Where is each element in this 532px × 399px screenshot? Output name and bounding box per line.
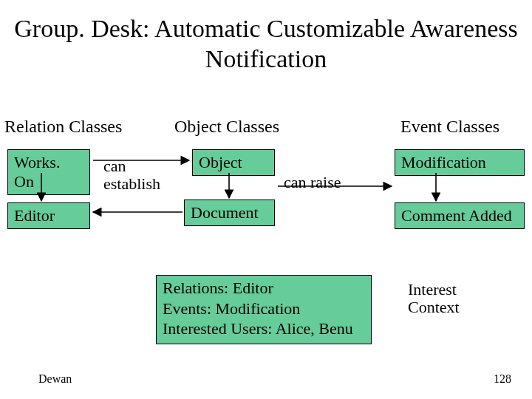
- box-document: Document: [184, 200, 275, 226]
- col-header-object: Object Classes: [174, 117, 279, 137]
- label-can-establish-l1: can: [103, 157, 126, 175]
- col-header-relation: Relation Classes: [4, 117, 122, 137]
- col-header-event: Event Classes: [400, 117, 499, 137]
- interest-line-events: Events: Modification: [163, 299, 365, 319]
- interest-line-relations: Relations: Editor: [163, 278, 365, 299]
- interest-line-users: Interested Users: Alice, Benu: [163, 318, 365, 339]
- slide-title: Group. Desk: Automatic Customizable Awar…: [0, 13, 532, 75]
- label-can-raise: can raise: [284, 174, 341, 191]
- box-editor: Editor: [7, 202, 90, 229]
- label-interest-context-l1: Interest: [408, 280, 457, 299]
- label-can-establish-l2: establish: [103, 174, 160, 193]
- label-can-establish: can establish: [103, 157, 160, 193]
- box-works-on: Works. On: [7, 149, 90, 195]
- interest-context-box: Relations: Editor Events: Modification I…: [156, 275, 372, 344]
- label-interest-context-l2: Context: [408, 298, 460, 316]
- footer-page-number: 128: [494, 372, 511, 386]
- box-object: Object: [192, 149, 275, 176]
- box-modification: Modification: [395, 149, 525, 176]
- footer-author: Dewan: [38, 372, 72, 386]
- label-interest-context: Interest Context: [408, 281, 460, 316]
- box-comment-added: Comment Added: [395, 202, 525, 229]
